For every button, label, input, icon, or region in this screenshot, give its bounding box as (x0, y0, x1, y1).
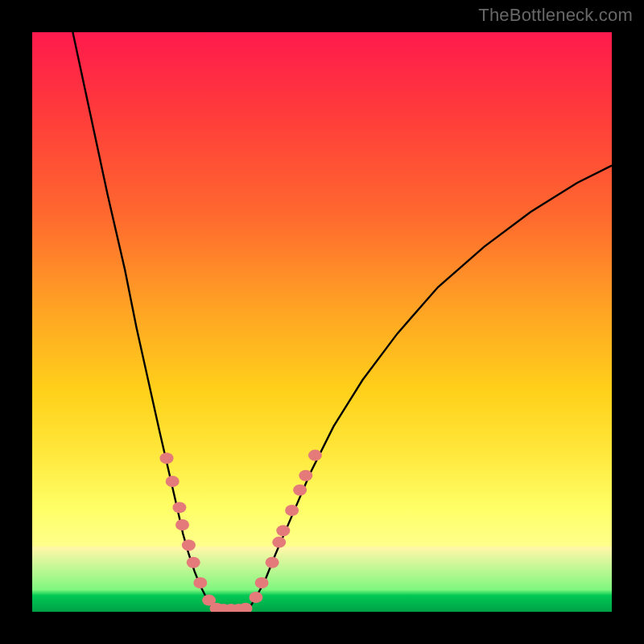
curve-layer (32, 32, 612, 612)
plot-area (32, 32, 612, 612)
marker-dot (160, 452, 174, 464)
bottleneck-curve (72, 32, 612, 612)
watermark-text: TheBottleneck.com (478, 5, 633, 26)
marker-dot (276, 525, 290, 536)
marker-dot (239, 603, 253, 612)
marker-dot (299, 470, 312, 481)
marker-dot (187, 557, 200, 568)
marker-dot (182, 539, 196, 551)
marker-dot (175, 519, 189, 530)
marker-dot (285, 505, 299, 516)
marker-dot (308, 450, 322, 461)
marker-dot (255, 577, 269, 588)
marker-dot (172, 502, 186, 513)
marker-dot (193, 577, 207, 588)
chart-frame: TheBottleneck.com (0, 0, 644, 644)
marker-dot (272, 537, 286, 548)
marker-dot (293, 485, 307, 496)
marker-dot (166, 476, 180, 487)
marker-dot (266, 557, 279, 568)
marker-dot (249, 592, 262, 603)
